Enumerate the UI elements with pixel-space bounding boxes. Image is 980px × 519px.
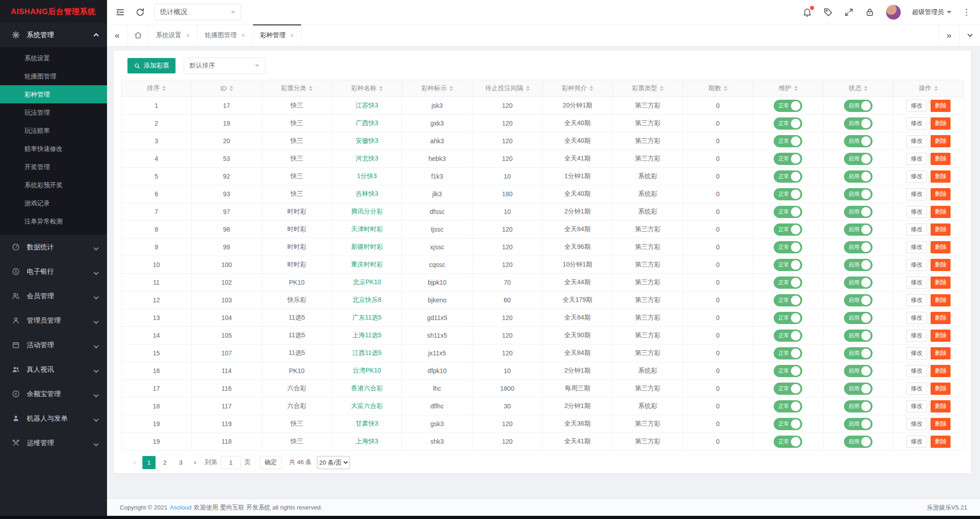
delete-button[interactable]: 删除 bbox=[931, 436, 951, 448]
status-toggle[interactable]: 启用 bbox=[844, 188, 873, 200]
lottery-name-link[interactable]: 台湾PK10 bbox=[353, 367, 381, 374]
edit-button[interactable]: 修改 bbox=[906, 241, 927, 253]
page-3[interactable]: 3 bbox=[174, 456, 187, 469]
edit-button[interactable]: 修改 bbox=[906, 135, 927, 147]
status-toggle[interactable]: 启用 bbox=[844, 241, 873, 253]
maintain-toggle[interactable]: 正常 bbox=[774, 170, 802, 183]
delete-button[interactable]: 删除 bbox=[931, 259, 951, 271]
delete-button[interactable]: 删除 bbox=[931, 400, 951, 412]
maintain-toggle[interactable]: 正常 bbox=[774, 117, 802, 130]
status-toggle[interactable]: 启用 bbox=[844, 400, 873, 412]
status-toggle[interactable]: 启用 bbox=[844, 276, 873, 289]
lottery-name-link[interactable]: 甘肃快3 bbox=[356, 420, 378, 427]
edit-button[interactable]: 修改 bbox=[906, 188, 927, 200]
tabs-scroll-right-icon[interactable]: » bbox=[938, 24, 959, 46]
goto-page-input[interactable] bbox=[221, 456, 241, 469]
th-sort[interactable]: 排序 bbox=[122, 80, 192, 97]
sidebar-item[interactable]: 轮播图管理 bbox=[0, 67, 107, 85]
status-toggle[interactable]: 启用 bbox=[844, 347, 873, 359]
edit-button[interactable]: 修改 bbox=[906, 400, 927, 412]
maintain-toggle[interactable]: 正常 bbox=[774, 188, 802, 200]
status-toggle[interactable]: 启用 bbox=[844, 135, 873, 147]
status-toggle[interactable]: 启用 bbox=[844, 330, 873, 342]
maintain-toggle[interactable]: 正常 bbox=[774, 153, 802, 165]
th-status[interactable]: 状态 bbox=[823, 80, 893, 97]
lottery-name-link[interactable]: 北京快乐8 bbox=[352, 296, 381, 303]
status-toggle[interactable]: 启用 bbox=[844, 365, 873, 377]
status-toggle[interactable]: 启用 bbox=[844, 100, 873, 112]
delete-button[interactable]: 删除 bbox=[931, 100, 951, 112]
lottery-name-link[interactable]: 吉林快3 bbox=[356, 190, 378, 197]
edit-button[interactable]: 修改 bbox=[906, 365, 927, 377]
sidebar-section[interactable]: $ 电子银行 bbox=[0, 259, 107, 284]
delete-button[interactable]: 删除 bbox=[931, 418, 951, 430]
status-toggle[interactable]: 启用 bbox=[844, 206, 873, 218]
delete-button[interactable]: 删除 bbox=[931, 312, 951, 324]
lottery-name-link[interactable]: 北京PK10 bbox=[353, 278, 381, 286]
delete-button[interactable]: 删除 bbox=[931, 383, 951, 395]
collapse-menu-icon[interactable] bbox=[115, 7, 125, 17]
status-toggle[interactable]: 启用 bbox=[844, 383, 873, 395]
lottery-name-link[interactable]: 天津时时彩 bbox=[351, 225, 383, 233]
confirm-page-button[interactable]: 确定 bbox=[260, 456, 282, 469]
edit-button[interactable]: 修改 bbox=[906, 223, 927, 236]
sidebar-section[interactable]: 管理员管理 bbox=[0, 308, 107, 333]
edit-button[interactable]: 修改 bbox=[906, 259, 927, 271]
more-icon[interactable]: ⋮ bbox=[962, 8, 971, 16]
maintain-toggle[interactable]: 正常 bbox=[774, 312, 802, 324]
notifications-icon[interactable] bbox=[802, 7, 812, 17]
prev-page-icon[interactable]: ‹ bbox=[128, 458, 141, 467]
delete-button[interactable]: 删除 bbox=[931, 365, 951, 377]
tabs-scroll-left-icon[interactable]: « bbox=[107, 24, 128, 46]
sidebar-item[interactable]: 开奖管理 bbox=[0, 158, 107, 176]
th-name[interactable]: 彩种名称 bbox=[332, 80, 402, 97]
status-toggle[interactable]: 启用 bbox=[844, 223, 873, 236]
lottery-name-link[interactable]: 江西11选5 bbox=[352, 349, 381, 356]
edit-button[interactable]: 修改 bbox=[906, 383, 927, 395]
close-icon[interactable]: × bbox=[290, 31, 294, 39]
edit-button[interactable]: 修改 bbox=[906, 206, 927, 218]
refresh-icon[interactable] bbox=[135, 7, 145, 17]
next-page-icon[interactable]: › bbox=[189, 458, 201, 467]
edit-button[interactable]: 修改 bbox=[906, 100, 927, 112]
close-icon[interactable]: × bbox=[241, 31, 245, 39]
th-intro[interactable]: 彩种简介 bbox=[542, 80, 613, 97]
lottery-name-link[interactable]: 上海11选5 bbox=[352, 331, 381, 339]
edit-button[interactable]: 修改 bbox=[906, 312, 927, 324]
delete-button[interactable]: 删除 bbox=[931, 294, 951, 306]
maintain-toggle[interactable]: 正常 bbox=[774, 223, 802, 236]
status-toggle[interactable]: 启用 bbox=[844, 170, 873, 183]
status-toggle[interactable]: 启用 bbox=[844, 294, 873, 306]
maintain-toggle[interactable]: 正常 bbox=[774, 418, 802, 430]
tab-carousel-management[interactable]: 轮播图管理× bbox=[198, 24, 253, 46]
th-type[interactable]: 彩票类型 bbox=[613, 80, 683, 97]
lottery-name-link[interactable]: 江苏快3 bbox=[356, 102, 378, 109]
home-tab[interactable] bbox=[128, 24, 149, 46]
user-menu[interactable]: 超级管理员 bbox=[912, 8, 951, 16]
sidebar-item[interactable]: 系统彩预开奖 bbox=[0, 176, 107, 194]
delete-button[interactable]: 删除 bbox=[931, 188, 951, 200]
maintain-toggle[interactable]: 正常 bbox=[774, 276, 802, 289]
delete-button[interactable]: 删除 bbox=[931, 330, 951, 342]
lottery-name-link[interactable]: 1分快3 bbox=[357, 172, 377, 179]
status-toggle[interactable]: 启用 bbox=[844, 153, 873, 165]
tab-lottery-management[interactable]: 彩种管理× bbox=[253, 24, 302, 46]
sidebar-item[interactable]: 玩法赔率 bbox=[0, 121, 107, 140]
tabs-dropdown-icon[interactable] bbox=[959, 24, 980, 46]
page-size-select[interactable]: 20 条/页 bbox=[317, 456, 350, 469]
lottery-name-link[interactable]: 上海快3 bbox=[356, 437, 378, 445]
th-category[interactable]: 彩票分类 bbox=[262, 80, 332, 97]
edit-button[interactable]: 修改 bbox=[906, 276, 927, 289]
sidebar-section[interactable]: 运维管理 bbox=[0, 431, 107, 455]
edit-button[interactable]: 修改 bbox=[906, 294, 927, 306]
delete-button[interactable]: 删除 bbox=[931, 135, 951, 147]
sidebar-item[interactable]: 系统设置 bbox=[0, 49, 107, 67]
maintain-toggle[interactable]: 正常 bbox=[774, 436, 802, 448]
sidebar-section[interactable]: 系统管理 bbox=[0, 23, 107, 47]
maintain-toggle[interactable]: 正常 bbox=[774, 330, 802, 342]
status-toggle[interactable]: 启用 bbox=[844, 259, 873, 271]
delete-button[interactable]: 删除 bbox=[931, 276, 951, 289]
delete-button[interactable]: 删除 bbox=[931, 153, 951, 165]
status-toggle[interactable]: 启用 bbox=[844, 312, 873, 324]
lottery-name-link[interactable]: 广西快3 bbox=[356, 119, 378, 126]
